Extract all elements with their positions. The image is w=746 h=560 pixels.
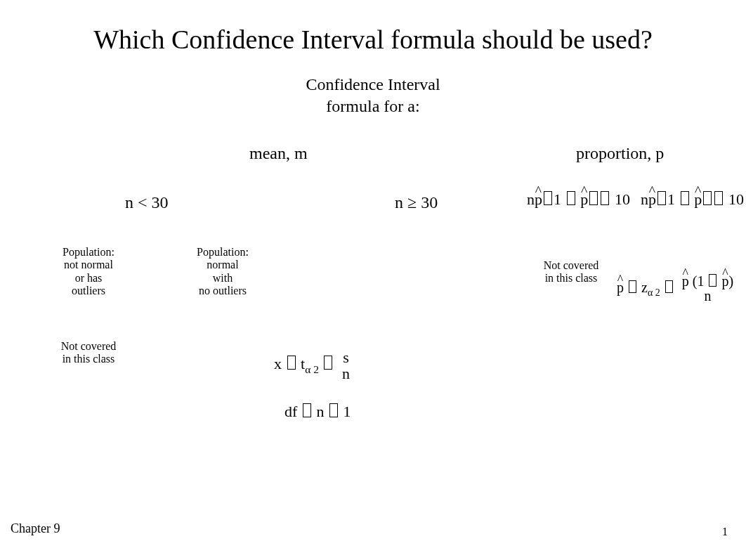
glyph-icon bbox=[567, 191, 575, 205]
formula-t-s: s bbox=[342, 349, 350, 365]
formula-t-n: n bbox=[342, 365, 350, 382]
footer-page-number: 1 bbox=[722, 526, 728, 538]
df-n: n bbox=[316, 403, 324, 420]
np-ge10-n: n bbox=[641, 190, 648, 208]
np-lt10-one: 1 bbox=[554, 190, 561, 208]
np-lt10-ten: 10 bbox=[615, 190, 630, 208]
formula-z-fraction: p (1 p) n bbox=[682, 274, 733, 304]
df-one: 1 bbox=[343, 403, 351, 420]
p-hat-icon: p bbox=[617, 280, 624, 296]
glyph-icon bbox=[324, 356, 332, 370]
p-hat-icon: p bbox=[535, 190, 542, 209]
pop-notnormal-l1: Population: bbox=[63, 246, 114, 258]
subheading: Confidence Interval formula for a: bbox=[0, 74, 746, 117]
glyph-icon bbox=[329, 403, 338, 417]
glyph-icon bbox=[709, 274, 716, 287]
glyph-icon bbox=[589, 191, 598, 205]
pop-notnormal-l2: not normal bbox=[64, 259, 113, 271]
pop-normal-l3: with bbox=[213, 272, 233, 284]
np-ge10-ten: 10 bbox=[728, 190, 744, 208]
p-hat-icon: p bbox=[721, 274, 728, 289]
glyph-icon bbox=[601, 191, 609, 205]
formula-z-z: z bbox=[641, 280, 648, 295]
formula-t-fraction: s n bbox=[342, 349, 350, 382]
not-covered-mean: Not covered in this class bbox=[39, 340, 138, 366]
pop-normal-l1: Population: bbox=[197, 246, 249, 258]
glyph-icon bbox=[303, 403, 311, 417]
population-not-normal: Population: not normal or has outliers bbox=[39, 246, 138, 298]
pop-notnormal-l4: outliers bbox=[72, 285, 105, 297]
not-covered-mean-l1: Not covered bbox=[61, 340, 117, 352]
pop-normal-l2: normal bbox=[207, 259, 238, 271]
p-hat-icon: p bbox=[580, 190, 588, 209]
glyph-icon bbox=[544, 191, 552, 205]
slide-title: Which Confidence Interval formula should… bbox=[0, 24, 746, 55]
np-lt10-n: n bbox=[527, 190, 535, 208]
formula-t-sub: α 2 bbox=[305, 363, 319, 375]
glyph-icon bbox=[665, 280, 673, 293]
glyph-icon bbox=[657, 191, 666, 205]
formula-z-den: n bbox=[682, 289, 733, 304]
branch-mean-label: mean, m bbox=[249, 144, 308, 163]
glyph-icon bbox=[629, 280, 636, 293]
pop-normal-l4: no outliers bbox=[199, 285, 247, 297]
subheading-line2: formula for a: bbox=[326, 97, 419, 115]
not-covered-proportion: Not covered in this class bbox=[522, 259, 620, 285]
p-hat-icon: p bbox=[682, 274, 689, 289]
z-interval-formula: p zα 2 p (1 p) n bbox=[617, 274, 733, 304]
formula-z-num: p (1 p) bbox=[682, 274, 733, 289]
formula-z-sub: α 2 bbox=[648, 287, 660, 298]
formula-t-x: x bbox=[274, 355, 282, 372]
not-covered-mean-l2: in this class bbox=[63, 353, 115, 365]
branch-proportion-label: proportion, p bbox=[576, 144, 664, 163]
glyph-icon bbox=[714, 191, 723, 205]
glyph-icon bbox=[703, 191, 712, 205]
df-formula: df n 1 bbox=[284, 403, 351, 421]
formula-z-one: 1 bbox=[697, 273, 704, 289]
t-interval-formula: x tα 2 s n bbox=[274, 349, 350, 382]
condition-n-lt-30: n < 30 bbox=[125, 193, 169, 212]
condition-np-ge-10: np1 p 10 bbox=[641, 190, 744, 209]
footer-chapter: Chapter 9 bbox=[11, 521, 60, 536]
pop-notnormal-l3: or has bbox=[75, 272, 103, 284]
population-normal: Population: normal with no outliers bbox=[174, 246, 272, 298]
not-covered-prop-l1: Not covered bbox=[544, 259, 599, 271]
condition-n-ge-30: n ≥ 30 bbox=[395, 193, 438, 212]
p-hat-icon: p bbox=[694, 190, 702, 209]
glyph-icon bbox=[681, 191, 689, 205]
df-label: df bbox=[284, 403, 297, 420]
not-covered-prop-l2: in this class bbox=[545, 272, 598, 284]
p-hat-icon: p bbox=[648, 190, 656, 209]
np-ge10-one: 1 bbox=[667, 190, 675, 208]
glyph-icon bbox=[287, 356, 296, 370]
subheading-line1: Confidence Interval bbox=[306, 75, 440, 93]
condition-np-lt-10: np1 p 10 bbox=[527, 190, 630, 209]
